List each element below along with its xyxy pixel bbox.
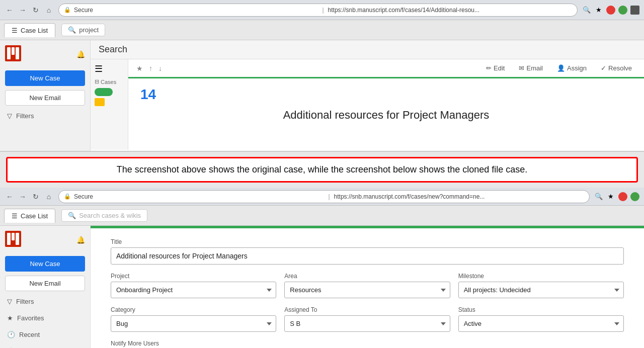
list-controls: ☰ — [95, 63, 124, 74]
area-form-group: Area Resources — [284, 273, 450, 298]
annotation-box: The screenshot above shows the original … — [6, 157, 638, 183]
warning-indicator — [95, 98, 105, 106]
notify-form-row: Notify More Users — [111, 340, 624, 347]
back-button[interactable]: ← — [4, 5, 15, 16]
favorites-label: Favorites — [17, 314, 44, 322]
lock-icon: 🔒 — [64, 7, 71, 13]
new-case-button-1[interactable]: New Case — [5, 70, 85, 86]
category-label: Category — [111, 306, 276, 313]
address-text-1: Secure — [74, 7, 318, 14]
reload-button[interactable]: ↻ — [30, 5, 41, 16]
url-text-2: https://snb.manuscript.com/f/cases/new?c… — [334, 193, 584, 200]
section-bottom: ☰ Case List 🔍 Search cases & wikis 🔔 New… — [0, 206, 644, 348]
resolve-action[interactable]: ✓ Resolve — [597, 62, 636, 74]
home-button-2[interactable]: ⌂ — [43, 191, 54, 202]
search-tab-2[interactable]: 🔍 Search cases & wikis — [61, 209, 147, 222]
tab-case-list-2[interactable]: ☰ Case List — [4, 209, 55, 223]
bell-icon-1[interactable]: 🔔 — [76, 50, 85, 58]
forward-button-2[interactable]: → — [17, 191, 28, 202]
milestone-label: Milestone — [458, 273, 624, 280]
project-label: Project — [111, 273, 276, 280]
status-indicator — [95, 88, 113, 96]
milestone-form-group: Milestone All projects: Undecided — [458, 273, 624, 298]
new-email-button-1[interactable]: New Email — [5, 90, 85, 106]
favorite-star-icon[interactable]: ★ — [136, 64, 143, 72]
case-detail-panel: ★ ↑ ↓ ✏ Edit ✉ Email 👤 — [128, 59, 644, 150]
nav-buttons-2: ← → ↻ ⌂ — [4, 191, 54, 202]
ext-icon-2-2 — [630, 192, 639, 201]
assigned-to-label: Assigned To — [284, 306, 450, 313]
case-area: ☰ ⊟ Cases ★ ↑ ↓ — [91, 59, 644, 150]
new-email-button-2[interactable]: New Email — [5, 276, 85, 291]
nav-buttons: ← → ↻ ⌂ — [4, 5, 54, 16]
star-nav-icon: ★ — [7, 314, 13, 322]
tab-case-list-label-2: Case List — [21, 212, 48, 220]
case-toolbar: ★ ↑ ↓ ✏ Edit ✉ Email 👤 — [128, 59, 644, 78]
favorites-nav[interactable]: ★ Favorites — [5, 312, 85, 324]
lock-icon-2: 🔒 — [64, 193, 71, 200]
bell-icon-2[interactable]: 🔔 — [76, 236, 85, 244]
filters-label-2: Filters — [16, 298, 34, 305]
area-label: Area — [284, 273, 450, 280]
planner-nav[interactable]: 📋 Planner — [5, 345, 85, 348]
title-input[interactable] — [111, 247, 624, 265]
ext-icon-1 — [606, 6, 615, 15]
new-case-area: Title Project Onboarding Project Area — [91, 226, 644, 348]
annotation-wrapper: The screenshot above shows the original … — [0, 152, 644, 188]
new-case-form: Title Project Onboarding Project Area — [91, 228, 644, 348]
list-view-icon[interactable]: ☰ — [95, 63, 103, 74]
search-icon-2[interactable]: 🔍 — [594, 192, 604, 202]
assigned-to-select[interactable]: S B — [284, 315, 450, 332]
sidebar-1: 🔔 New Case New Email ▽ Filters — [0, 40, 91, 151]
filters-nav-1[interactable]: ▽ Filters — [5, 110, 85, 122]
filters-nav-2[interactable]: ▽ Filters — [5, 295, 85, 308]
filters-label-1: Filters — [16, 112, 34, 120]
address-bar-2[interactable]: 🔒 Secure | https://snb.manuscript.com/f/… — [58, 190, 590, 203]
case-number: 14 — [140, 86, 156, 103]
category-select[interactable]: Bug — [111, 315, 276, 332]
status-label: Status — [458, 306, 624, 313]
form-grid-row-1: Project Onboarding Project Area Resource… — [111, 273, 624, 298]
case-content: 14 Additional resources for Project Mana… — [128, 78, 644, 136]
browser-toolbar-icons: 🔍 ★ — [582, 5, 640, 15]
browser-chrome-2: ← → ↻ ⌂ 🔒 Secure | https://snb.manuscrip… — [0, 188, 644, 206]
up-arrow-icon[interactable]: ↑ — [149, 64, 152, 72]
tab-bar-2: ☰ Case List 🔍 Search cases & wikis — [0, 206, 644, 226]
edit-icon: ✏ — [486, 64, 492, 72]
search-tab-icon-2: 🔍 — [68, 212, 76, 219]
address-bar-1[interactable]: 🔒 Secure | https://snb.manuscript.com/f/… — [58, 4, 578, 17]
app-logo-2 — [5, 231, 21, 247]
project-select[interactable]: Onboarding Project — [111, 282, 276, 298]
new-case-button-2[interactable]: New Case — [5, 256, 85, 272]
recent-label: Recent — [19, 331, 40, 338]
case-title: Additional resources for Project Manager… — [140, 103, 632, 128]
search-icon[interactable]: 🔍 — [582, 5, 592, 15]
star-icon[interactable]: ★ — [594, 5, 604, 15]
edit-action[interactable]: ✏ Edit — [482, 62, 509, 74]
home-button[interactable]: ⌂ — [43, 5, 54, 16]
sidebar-logo-row-2: 🔔 — [5, 231, 85, 249]
search-tab-1[interactable]: 🔍 project — [61, 24, 105, 36]
tab-case-list-1[interactable]: ☰ Case List — [4, 23, 55, 37]
title-form-row: Title — [111, 238, 624, 265]
forward-button[interactable]: → — [17, 5, 28, 16]
reload-button-2[interactable]: ↻ — [30, 191, 41, 202]
back-button-2[interactable]: ← — [4, 191, 15, 202]
assign-action[interactable]: 👤 Assign — [553, 62, 591, 74]
section-top-main: 🔔 New Case New Email ▽ Filters Search ☰ — [0, 40, 644, 151]
list-icon-2: ☰ — [12, 212, 18, 220]
recent-nav[interactable]: 🕐 Recent — [5, 328, 85, 341]
star-icon-2[interactable]: ★ — [606, 192, 616, 202]
area-select[interactable]: Resources — [284, 282, 450, 298]
down-arrow-icon[interactable]: ↓ — [158, 64, 162, 72]
email-icon: ✉ — [519, 64, 524, 72]
project-form-group: Project Onboarding Project — [111, 273, 276, 298]
sidebar-logo-row: 🔔 — [5, 45, 85, 63]
category-form-group: Category Bug — [111, 306, 276, 332]
status-select[interactable]: Active — [458, 315, 624, 332]
milestone-select[interactable]: All projects: Undecided — [458, 282, 624, 298]
annotation-text: The screenshot above shows the original … — [117, 164, 527, 175]
title-label: Title — [111, 238, 624, 245]
ext-icon-2-1 — [618, 192, 627, 201]
email-action[interactable]: ✉ Email — [515, 62, 547, 74]
